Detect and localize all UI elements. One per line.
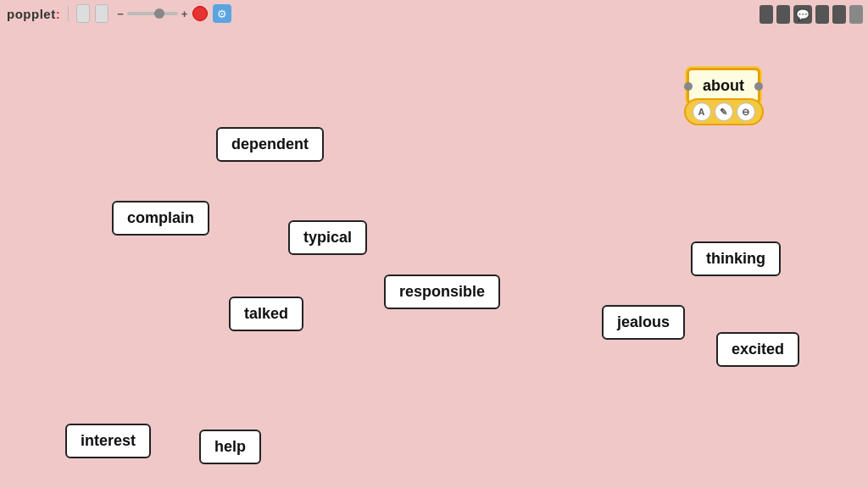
popple-dependent[interactable]: dependent — [216, 127, 324, 162]
canvas[interactable]: aboutA✎⊖dependentcomplaintypicalresponsi… — [0, 27, 868, 488]
logo-colon: : — [56, 7, 61, 21]
view-all-button[interactable] — [95, 4, 108, 23]
exit-fullscreen-button[interactable] — [760, 5, 773, 24]
conn-dot-right[interactable] — [754, 82, 763, 91]
help-button[interactable] — [776, 5, 790, 24]
top-right-toolbar: 💬 — [760, 5, 863, 24]
app-logo: popplet: — [7, 7, 60, 21]
logo-popplet: popplet — [7, 7, 56, 21]
popple-help[interactable]: help — [199, 430, 261, 464]
popple-complain[interactable]: complain — [112, 201, 209, 236]
about-tool-btn-1[interactable]: ✎ — [715, 103, 733, 121]
share-button[interactable] — [849, 5, 863, 24]
color-picker-button[interactable] — [192, 6, 208, 21]
about-card-toolbar: A✎⊖ — [684, 98, 764, 125]
conn-dot-left[interactable] — [684, 82, 693, 91]
feedback-button[interactable] — [815, 5, 829, 24]
popple-responsible[interactable]: responsible — [384, 274, 500, 309]
home-button[interactable] — [76, 4, 90, 23]
popple-thinking[interactable]: thinking — [691, 241, 781, 276]
popple-interest[interactable]: interest — [65, 424, 151, 458]
about-tool-btn-2[interactable]: ⊖ — [737, 103, 755, 121]
settings-button[interactable]: ⚙ — [213, 4, 231, 23]
toolbar-divider-1 — [68, 6, 69, 21]
popple-excited[interactable]: excited — [716, 332, 799, 367]
zoom-plus-button[interactable]: + — [181, 8, 188, 20]
feedback-chat-icon[interactable]: 💬 — [793, 5, 812, 24]
zoom-minus-button[interactable]: − — [117, 8, 124, 20]
popple-about[interactable]: aboutA✎⊖ — [687, 68, 760, 104]
popple-talked[interactable]: talked — [229, 297, 303, 331]
zoom-control: − + — [114, 8, 187, 20]
zoom-track[interactable] — [127, 12, 178, 15]
logout-button[interactable] — [832, 5, 846, 24]
toolbar: popplet: − + ⚙ — [0, 0, 868, 27]
popple-jealous[interactable]: jealous — [602, 305, 685, 340]
zoom-thumb[interactable] — [154, 8, 164, 19]
popple-typical[interactable]: typical — [288, 220, 367, 255]
about-tool-btn-0[interactable]: A — [693, 103, 711, 121]
